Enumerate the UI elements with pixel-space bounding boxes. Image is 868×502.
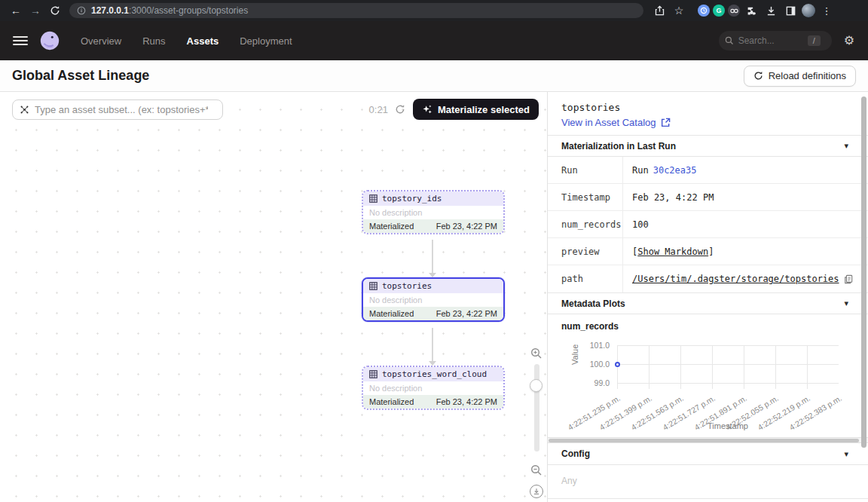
asset-description: No description: [363, 293, 503, 307]
asset-filter-field[interactable]: [12, 99, 223, 120]
search-input[interactable]: [738, 35, 803, 46]
table-icon: [369, 282, 377, 290]
asset-timestamp: Feb 23, 4:22 PM: [436, 309, 497, 318]
hamburger-menu-icon[interactable]: [13, 34, 28, 47]
asset-description: No description: [363, 206, 503, 219]
section-materialization-last-run[interactable]: Materialization in Last Run ▾: [548, 135, 868, 157]
nav-tab-assets[interactable]: Assets: [187, 35, 219, 47]
asset-filter-input[interactable]: [35, 104, 208, 115]
external-link-icon: [661, 118, 671, 127]
history-extension-icon[interactable]: [698, 5, 710, 17]
nav-tab-deployment[interactable]: Deployment: [240, 35, 292, 47]
edge-arrow: [432, 328, 433, 361]
asset-graph-panel: 0:21 Materialize selected topstory_ids N…: [0, 92, 548, 502]
browser-forward-icon[interactable]: →: [26, 5, 45, 17]
extensions-puzzle-icon[interactable]: [743, 2, 760, 19]
config-value: Any: [548, 465, 868, 498]
nav-tab-runs[interactable]: Runs: [142, 35, 165, 47]
info-icon[interactable]: [77, 6, 86, 15]
nav-tab-overview[interactable]: Overview: [81, 35, 121, 47]
asset-description: No description: [363, 381, 503, 395]
horizontal-scrollbar[interactable]: [548, 437, 868, 443]
table-icon: [369, 194, 377, 203]
asset-timestamp: Feb 23, 4:22 PM: [436, 222, 497, 231]
settings-gear-icon[interactable]: ⚙: [844, 35, 854, 47]
asset-status: Materialized: [369, 397, 414, 406]
meta-row-run: Run Run 30c2ea35: [548, 157, 868, 184]
chart-data-point[interactable]: [615, 362, 620, 367]
chart-y-axis-label: Value: [570, 344, 579, 365]
path-link[interactable]: /Users/tim/.dagster/storage/topstories: [632, 274, 839, 284]
search-icon: [725, 36, 734, 45]
zoom-in-icon[interactable]: [530, 347, 542, 360]
refresh-icon: [753, 71, 763, 81]
section-metadata-plots[interactable]: Metadata Plots ▾: [548, 292, 868, 314]
sparkle-icon: [422, 104, 432, 115]
meta-row-path: path /Users/tim/.dagster/storage/topstor…: [548, 265, 868, 292]
meta-row-preview: preview [Show Markdown]: [548, 238, 868, 265]
asset-name: topstory_ids: [382, 194, 442, 204]
search-shortcut-badge: /: [808, 35, 821, 46]
table-icon: [369, 370, 377, 378]
url-text: 127.0.0.1:3000/asset-groups/topstories: [91, 5, 248, 16]
goggles-extension-icon[interactable]: [728, 5, 740, 17]
chart-plot-area: 4:22:51.235 p.m. 4:22:51.399 p.m. 4:22:5…: [617, 345, 839, 389]
dagster-logo: [38, 29, 61, 52]
fit-view-icon[interactable]: [530, 485, 543, 498]
num-records-chart: Value 101.0 100.0 99.0 4:22:51.235 p.m. …: [548, 336, 868, 436]
details-asset-title: topstories: [561, 102, 854, 113]
view-in-asset-catalog-link[interactable]: View in Asset Catalog: [561, 117, 854, 128]
vertical-scrollbar[interactable]: [861, 96, 866, 448]
graph-toolbar: 0:21 Materialize selected: [12, 99, 539, 120]
graph-refresh-icon[interactable]: [395, 104, 405, 115]
asset-details-panel: topstories View in Asset Catalog Materia…: [548, 92, 868, 502]
browser-menu-icon[interactable]: ⋮: [818, 2, 835, 19]
section-type[interactable]: Type ▾: [548, 498, 868, 502]
x-tick: 4:22:51.235 p.m.: [566, 393, 622, 432]
asset-timestamp: Feb 23, 4:22 PM: [436, 397, 497, 406]
y-tick: 100.0: [579, 360, 610, 369]
chart-x-axis-label: Timestamp: [617, 421, 839, 430]
nav-tabs: Overview Runs Assets Deployment: [81, 35, 292, 47]
zoom-slider-track[interactable]: [534, 364, 539, 451]
asset-status: Materialized: [369, 309, 414, 318]
y-tick: 101.0: [579, 341, 610, 350]
page-title: Global Asset Lineage: [12, 68, 149, 84]
show-markdown-link[interactable]: Show Markdown: [637, 246, 708, 257]
asset-node-topstories[interactable]: topstories No description Materialized F…: [362, 277, 505, 322]
meta-row-num-records: num_records 100: [548, 211, 868, 238]
asset-name: topstories: [382, 281, 432, 291]
meta-row-timestamp: Timestamp Feb 23, 4:22 PM: [548, 184, 868, 211]
grammarly-icon[interactable]: G: [713, 5, 725, 17]
asset-status: Materialized: [369, 222, 414, 231]
zoom-out-icon[interactable]: [530, 464, 542, 476]
section-config[interactable]: Config ▾: [548, 443, 868, 465]
zoom-slider-handle[interactable]: [530, 379, 542, 392]
global-search[interactable]: /: [719, 31, 832, 51]
share-icon[interactable]: [651, 2, 668, 19]
asset-node-topstory-ids[interactable]: topstory_ids No description Materialized…: [362, 190, 505, 234]
query-timer: 0:21: [369, 104, 388, 115]
materialize-selected-button[interactable]: Materialize selected: [413, 99, 539, 120]
browser-profile-avatar[interactable]: [802, 4, 815, 17]
y-tick: 99.0: [579, 378, 610, 387]
plot-metric-label: num_records: [548, 314, 868, 333]
asset-node-topstories-word-cloud[interactable]: topstories_word_cloud No description Mat…: [362, 366, 505, 410]
reading-mode-icon[interactable]: [782, 2, 799, 19]
reload-definitions-button[interactable]: Reload definitions: [744, 66, 856, 87]
url-bar[interactable]: 127.0.0.1:3000/asset-groups/topstories: [69, 3, 643, 18]
bookmark-star-icon[interactable]: ☆: [671, 2, 687, 19]
chevron-down-icon: ▾: [844, 141, 848, 151]
edge-arrow: [432, 240, 433, 273]
run-id-link[interactable]: 30c2ea35: [653, 165, 697, 176]
chevron-down-icon: ▾: [844, 298, 848, 308]
chevron-down-icon: ▾: [844, 449, 848, 459]
copy-icon[interactable]: [844, 274, 853, 284]
browser-back-icon[interactable]: ←: [6, 5, 26, 17]
downloads-icon[interactable]: [763, 2, 779, 19]
app-nav: Overview Runs Assets Deployment / ⚙: [0, 21, 868, 60]
browser-reload-icon[interactable]: [45, 5, 65, 16]
page-header: Global Asset Lineage Reload definitions: [0, 60, 868, 92]
asset-graph-icon: [20, 105, 29, 115]
browser-chrome: ← → 127.0.0.1:3000/asset-groups/topstori…: [0, 0, 868, 21]
